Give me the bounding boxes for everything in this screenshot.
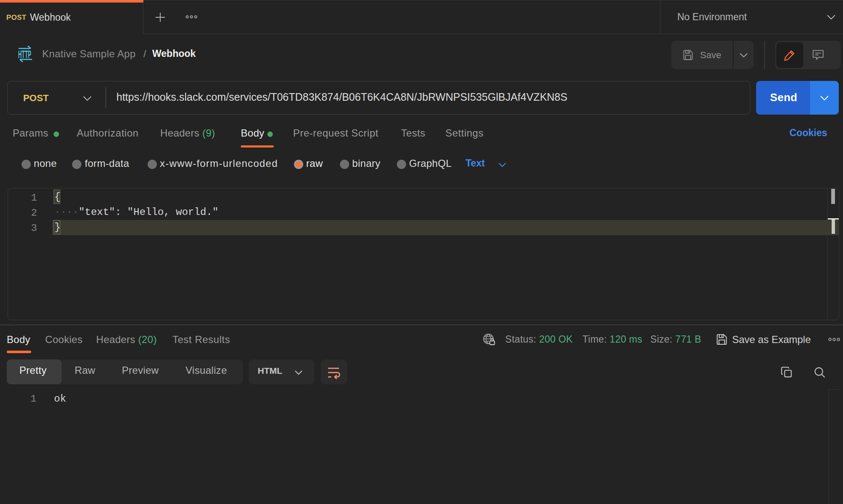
svg-text:HTTP: HTTP: [18, 48, 31, 60]
